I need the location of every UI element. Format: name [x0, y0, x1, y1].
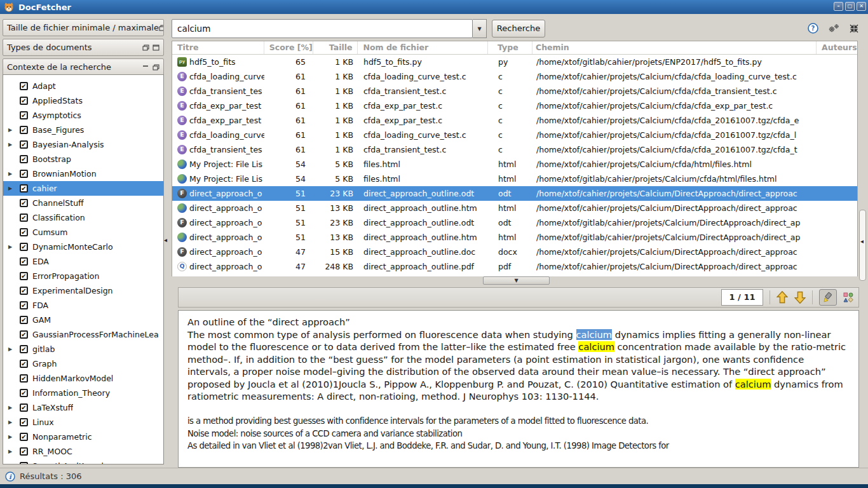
expand-arrow-icon[interactable]: ▶	[8, 463, 20, 464]
column-header-type[interactable]: Type	[488, 41, 532, 54]
tree-item-hiddenmarkovmodel[interactable]: ✔HiddenMarkovModel	[3, 371, 163, 386]
expand-arrow-icon[interactable]: ▶	[8, 449, 20, 454]
tree-item-gitlab[interactable]: ▶✔gitlab	[3, 342, 163, 356]
checkbox-checked[interactable]: ✔	[20, 374, 28, 383]
minimize-button[interactable]: –	[834, 2, 843, 11]
page-indicator[interactable]: 1 / 11	[721, 289, 763, 306]
table-row[interactable]: pyhdf5_to_fits651 KBhdf5_to_fits.pypy/ho…	[172, 55, 857, 69]
table-row[interactable]: Fdirect_approach_o5123 KBdirect_approach…	[172, 186, 857, 201]
next-match-button[interactable]	[794, 291, 806, 304]
checkbox-checked[interactable]: ✔	[20, 155, 28, 163]
tree-item-information_theory[interactable]: ✔Information_Theory	[3, 386, 163, 400]
expand-arrow-icon[interactable]: ▶	[8, 434, 20, 440]
table-row[interactable]: My Project: File Lis545 KBfiles.htmlhtml…	[172, 172, 857, 186]
collapse-right-arrow-icon[interactable]: ◂	[860, 238, 864, 245]
tree-item-bootstrap[interactable]: ✔Bootstrap	[3, 152, 163, 166]
panel-doctypes[interactable]: Types de documents	[3, 39, 164, 56]
checkbox-checked[interactable]: ✔	[20, 403, 28, 412]
table-row[interactable]: Fdirect_approach_o4715 KBdirect_approach…	[172, 245, 857, 259]
tree-item-experimentaldesign[interactable]: ✔ExperimentalDesign	[3, 283, 163, 298]
column-header-taille[interactable]: Taille	[313, 41, 358, 54]
title-bar[interactable]: DocFetcher – ▢ ✕	[0, 0, 868, 14]
checkbox-checked[interactable]: ✔	[20, 82, 28, 90]
tree-item-cahier[interactable]: ▶✔cahier	[3, 181, 163, 196]
tree-item-asymptotics[interactable]: ✔Asymptotics	[3, 108, 163, 123]
close-button[interactable]: ✕	[857, 2, 866, 11]
checkbox-checked[interactable]: ✔	[20, 330, 28, 339]
tree-item-nonparametric[interactable]: ▶✔Nonparametric	[3, 430, 163, 444]
tree-item-appliedstats[interactable]: ✔AppliedStats	[3, 93, 163, 108]
checkbox-checked[interactable]: ✔	[20, 243, 28, 251]
checkbox-checked[interactable]: ✔	[20, 140, 28, 149]
checkbox-checked[interactable]: ✔	[20, 345, 28, 353]
column-header-nom[interactable]: Nom de fichier	[358, 41, 488, 54]
minimize-panel-icon[interactable]	[142, 64, 149, 71]
checkbox-checked[interactable]: ✔	[20, 433, 28, 441]
tree-item-dynamicmontecarlo[interactable]: ▶✔DynamicMonteCarlo	[3, 240, 163, 254]
checkbox-checked[interactable]: ✔	[20, 462, 28, 464]
tree-item-cumsum[interactable]: ✔Cumsum	[3, 225, 163, 240]
tree-item-gam[interactable]: ✔GAM	[3, 313, 163, 327]
checkbox-checked[interactable]: ✔	[20, 301, 28, 309]
checkbox-checked[interactable]: ✔	[20, 316, 28, 324]
preview-pane[interactable]: An outline of the “direct approach”The m…	[178, 310, 859, 468]
table-row[interactable]: Ecfda_loading_curve611 KBcfda_loading_cu…	[172, 69, 857, 84]
restore-panel-icon[interactable]	[153, 64, 159, 71]
expand-arrow-icon[interactable]: ▶	[8, 171, 20, 177]
tree-item-eda[interactable]: ✔EDA	[3, 254, 163, 269]
tree-item-rr_mooc[interactable]: ▶✔RR_MOOC	[3, 444, 163, 459]
expand-arrow-icon[interactable]: ▶	[8, 419, 20, 425]
table-row[interactable]: Qdirect_approach_o47248 KBdirect_approac…	[172, 259, 857, 274]
expand-arrow-icon[interactable]: ▶	[8, 244, 20, 250]
table-scrollbar-thumb[interactable]	[859, 210, 866, 281]
expand-arrow-icon[interactable]: ▶	[8, 127, 20, 133]
tree-item-adapt[interactable]: ✔Adapt	[3, 79, 163, 93]
checkbox-checked[interactable]: ✔	[20, 272, 28, 280]
search-button[interactable]: Recherche	[492, 20, 545, 37]
panel-filesize[interactable]: Taille de fichier minimale / maximale	[3, 19, 164, 36]
checkbox-checked[interactable]: ✔	[20, 360, 28, 368]
expand-arrow-icon[interactable]: ▶	[8, 142, 20, 147]
tree-item-channelstuff[interactable]: ✔ChannelStuff	[3, 196, 163, 210]
checkbox-checked[interactable]: ✔	[20, 257, 28, 266]
column-header-score[interactable]: Score [%]	[264, 41, 313, 54]
maximize-button[interactable]: ▢	[845, 2, 855, 11]
collapse-sidebar-arrow-icon[interactable]: ◂	[164, 236, 167, 243]
restore-panel-icon[interactable]	[142, 44, 149, 51]
table-row[interactable]: direct_approach_o5113 KBdirect_approach_…	[172, 230, 857, 245]
table-row[interactable]: Ecfda_transient_tes611 KBcfda_transient_…	[172, 142, 857, 157]
checkbox-checked[interactable]: ✔	[20, 287, 28, 295]
column-header-auteurs[interactable]: Auteurs	[817, 41, 857, 54]
maximize-panel-icon[interactable]	[153, 44, 159, 51]
checkbox-checked[interactable]: ✔	[20, 170, 28, 178]
tree-item-bayesian-analysis[interactable]: ▶✔Bayesian-Analysis	[3, 137, 163, 152]
restore-panel-icon[interactable]	[159, 25, 164, 31]
checkbox-checked[interactable]: ✔	[20, 418, 28, 426]
checkbox-checked[interactable]: ✔	[20, 184, 28, 193]
highlight-colors-icon[interactable]	[843, 292, 853, 302]
expand-arrow-icon[interactable]: ▶	[8, 186, 20, 191]
tree-item-brownianmotion[interactable]: ▶✔BrownianMotion	[3, 166, 163, 181]
horizontal-sash[interactable]: ▼	[172, 276, 858, 285]
tree-item-linux[interactable]: ▶✔Linux	[3, 415, 163, 430]
table-row[interactable]: direct_approach_o5113 KBdirect_approach_…	[172, 201, 857, 215]
table-row[interactable]: Ecfda_transient_tes611 KBcfda_transient_…	[172, 84, 857, 98]
expand-arrow-icon[interactable]: ▶	[8, 405, 20, 410]
collapse-preview-button[interactable]: ▼	[483, 276, 550, 285]
tree-item-latexstuff[interactable]: ▶✔LaTeXstuff	[3, 400, 163, 415]
checkbox-checked[interactable]: ✔	[20, 97, 28, 105]
checkbox-checked[interactable]: ✔	[20, 111, 28, 119]
table-row[interactable]: Ecfda_exp_par_test611 KBcfda_exp_par_tes…	[172, 98, 857, 113]
previous-match-button[interactable]	[776, 291, 788, 304]
checkbox-checked[interactable]: ✔	[20, 126, 28, 134]
tree-item-fda[interactable]: ✔FDA	[3, 298, 163, 313]
tree-item-errorpropagation[interactable]: ✔ErrorPropagation	[3, 269, 163, 283]
tree-item-classification[interactable]: ✔Classification	[3, 210, 163, 225]
table-row[interactable]: Ecfda_exp_par_test611 KBcfda_exp_par_tes…	[172, 113, 857, 128]
table-row[interactable]: My Project: File Lis545 KBfiles.htmlhtml…	[172, 157, 857, 172]
tree-item-smoothandkernel[interactable]: ▶✔SmoothAndKernel	[3, 459, 163, 464]
checkbox-checked[interactable]: ✔	[20, 389, 28, 397]
table-row[interactable]: Fdirect_approach_o5123 KBdirect_approach…	[172, 215, 857, 230]
column-header-chemin[interactable]: Chemin	[532, 41, 817, 54]
search-history-dropdown[interactable]: ▼	[473, 19, 487, 38]
